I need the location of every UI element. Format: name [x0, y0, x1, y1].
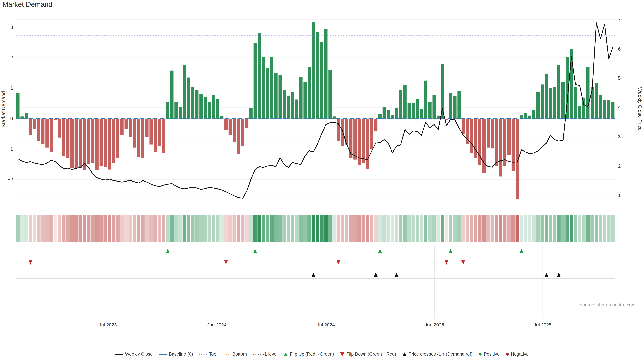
- demand-bar: [420, 109, 423, 119]
- heatmap-cell: [416, 215, 419, 242]
- demand-bar: [366, 119, 369, 169]
- heatmap-cell: [586, 215, 590, 242]
- left-tick-label: −1: [8, 146, 13, 152]
- heatmap-cell: [241, 215, 244, 242]
- demand-bar: [512, 119, 515, 171]
- line-solid-icon: [116, 354, 123, 355]
- price-cross-marker: [544, 273, 548, 277]
- heatmap-cell: [582, 215, 586, 242]
- heatmap-cell: [249, 215, 253, 242]
- demand-bar: [382, 107, 386, 119]
- weekly-close-line: [18, 23, 613, 198]
- demand-bar: [486, 119, 490, 148]
- right-tick-label: 4: [618, 105, 621, 110]
- demand-bar: [387, 110, 390, 119]
- demand-bar: [258, 33, 261, 119]
- legend-item-flip-down-green-red-: Flip Down (Green→Red): [340, 352, 396, 357]
- heatmap-cell: [54, 215, 57, 242]
- heatmap-cell: [24, 215, 28, 242]
- demand-bar: [495, 119, 498, 166]
- demand-bar: [166, 102, 170, 119]
- heatmap-cell: [390, 215, 394, 242]
- heatmap-cell: [474, 215, 478, 242]
- heatmap-cell: [145, 215, 149, 242]
- demand-bar: [408, 103, 411, 119]
- demand-bar: [324, 29, 327, 119]
- demand-bar: [228, 119, 232, 135]
- demand-bar: [412, 103, 415, 119]
- heatmap-cell: [212, 215, 215, 242]
- demand-bar: [41, 119, 44, 144]
- heatmap-cell: [228, 215, 232, 242]
- demand-bar: [233, 119, 236, 142]
- heatmap-cell: [254, 215, 257, 242]
- heatmap-cell: [204, 215, 207, 242]
- demand-bar: [216, 99, 219, 119]
- heatmap-cell: [91, 215, 94, 242]
- heatmap-cell: [95, 215, 99, 242]
- demand-bar: [349, 119, 352, 158]
- demand-bar: [299, 77, 302, 119]
- demand-bar: [599, 95, 602, 119]
- heatmap-cell: [349, 215, 352, 242]
- heatmap-cell: [549, 215, 552, 242]
- demand-bar: [133, 119, 136, 148]
- heatmap-cell: [428, 215, 432, 242]
- demand-bar: [66, 119, 70, 158]
- heatmap-cell: [58, 215, 62, 242]
- demand-bar: [308, 66, 311, 119]
- heatmap-cell: [295, 215, 298, 242]
- heatmap-cell: [195, 215, 198, 242]
- heatmap-cell: [482, 215, 486, 242]
- legend-item-positive: Positive: [479, 352, 500, 357]
- demand-bar: [195, 90, 198, 119]
- demand-bar: [83, 119, 86, 170]
- price-cross-marker: [312, 273, 315, 277]
- heatmap-cell: [407, 215, 411, 242]
- demand-bar: [282, 90, 286, 119]
- legend-item-price-crosses-1-demand-ref-: Price crosses -1 ↑ (Demand ref): [402, 352, 472, 357]
- legend-item-negative: Negative: [506, 352, 529, 357]
- demand-bar: [312, 22, 315, 119]
- demand-bar: [46, 119, 49, 148]
- demand-bar: [129, 119, 132, 137]
- left-axis-title: Market Demand: [0, 91, 6, 127]
- legend-item--1-level: -1 level: [253, 352, 278, 357]
- heatmap-cell: [199, 215, 203, 242]
- demand-bar: [200, 94, 202, 119]
- heatmap-cell: [170, 215, 174, 242]
- demand-bar: [586, 67, 590, 119]
- demand-bar: [295, 99, 298, 119]
- heatmap-cell: [79, 215, 82, 242]
- demand-bar: [96, 119, 98, 170]
- demand-bar: [536, 92, 540, 119]
- heatmap-cell: [466, 215, 469, 242]
- heatmap-cell: [137, 215, 140, 242]
- heatmap-cell: [499, 215, 502, 242]
- heatmap-cell: [74, 215, 78, 242]
- demand-bar: [124, 119, 128, 129]
- demand-bar: [224, 119, 228, 130]
- demand-bar: [503, 119, 506, 166]
- demand-bar: [58, 119, 61, 138]
- demand-bar: [378, 114, 382, 119]
- heatmap-cell: [100, 215, 103, 242]
- heatmap-cell: [461, 215, 465, 242]
- heatmap-cell: [50, 215, 53, 242]
- legend-item-bottom: Bottom: [223, 352, 247, 357]
- demand-bar: [328, 70, 332, 119]
- demand-bar: [436, 116, 440, 119]
- demand-bar: [120, 119, 124, 135]
- demand-bar: [557, 65, 560, 119]
- left-tick-label: 2: [10, 55, 13, 60]
- heatmap-cell: [378, 215, 382, 242]
- demand-bar: [174, 102, 178, 119]
- demand-bar: [341, 119, 344, 146]
- heatmap-cell: [303, 215, 307, 242]
- heatmap-cell: [324, 215, 328, 242]
- heatmap-cell: [237, 215, 240, 242]
- demand-bar: [491, 119, 494, 148]
- line-dotted-icon: [253, 354, 261, 355]
- demand-bar: [499, 119, 502, 176]
- heatmap-cell: [270, 215, 274, 242]
